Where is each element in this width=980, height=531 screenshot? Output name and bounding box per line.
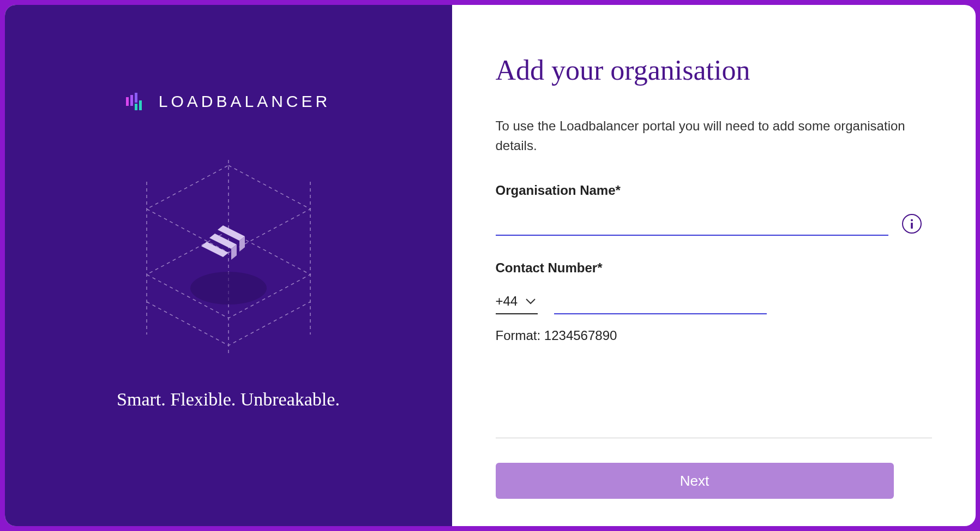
org-name-label: Organisation Name* — [496, 183, 932, 198]
svg-rect-0 — [126, 97, 129, 106]
info-icon[interactable] — [902, 214, 922, 234]
country-code-select[interactable]: +44 — [496, 289, 538, 314]
next-button[interactable]: Next — [496, 463, 894, 499]
chevron-down-icon — [526, 298, 536, 305]
svg-rect-1 — [130, 95, 133, 106]
loadbalancer-logo-icon — [126, 93, 149, 110]
country-code-value: +44 — [496, 294, 518, 309]
format-hint: Format: 1234567890 — [496, 328, 932, 343]
org-name-group: Organisation Name* — [496, 183, 932, 236]
main-container: LOADBALANCER — [5, 5, 976, 526]
tagline: Smart. Flexible. Unbreakable. — [117, 389, 340, 410]
footer: Next — [496, 438, 932, 499]
phone-row: +44 — [496, 289, 932, 314]
page-description: To use the Loadbalancer portal you will … — [496, 116, 932, 156]
svg-rect-2 — [135, 93, 137, 103]
phone-number-input[interactable] — [554, 290, 767, 314]
svg-rect-10 — [911, 223, 913, 229]
page-title: Add your organisation — [496, 54, 932, 86]
org-name-row — [496, 212, 932, 236]
org-name-input[interactable] — [496, 212, 888, 236]
left-panel: LOADBALANCER — [5, 5, 452, 526]
svg-rect-4 — [139, 100, 142, 110]
contact-number-group: Contact Number* +44 Format: 1234567890 — [496, 260, 932, 343]
right-panel: Add your organisation To use the Loadbal… — [452, 5, 976, 526]
contact-number-label: Contact Number* — [496, 260, 932, 276]
cube-illustration — [125, 149, 332, 356]
svg-point-8 — [190, 272, 267, 305]
svg-point-9 — [911, 219, 913, 222]
svg-rect-3 — [135, 104, 137, 110]
brand-name: LOADBALANCER — [159, 92, 330, 111]
logo-header: LOADBALANCER — [126, 92, 330, 111]
